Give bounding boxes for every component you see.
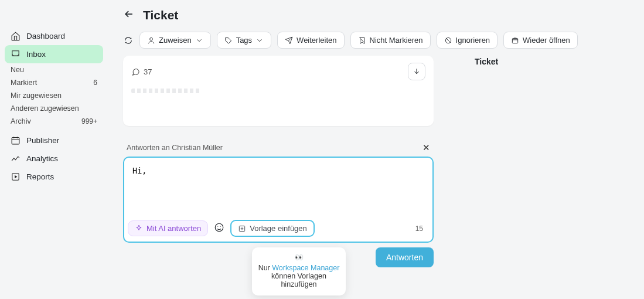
eyes-icon: 👀 [258,253,340,261]
svg-point-2 [150,38,153,40]
sidebar-sub-markiert[interactable]: Markiert 6 [5,76,103,89]
conversation-card: 37 [123,56,434,126]
sidebar-item-publisher[interactable]: Publisher [5,131,103,150]
tags-button[interactable]: Tags [217,32,271,49]
forward-button[interactable]: Weiterleiten [277,32,344,49]
jump-down-button[interactable] [408,63,425,80]
page-title: Ticket [143,8,178,22]
svg-rect-0 [12,138,19,144]
sidebar-item-dashboard[interactable]: Dashboard [5,27,103,45]
svg-point-3 [226,38,227,39]
refresh-button[interactable] [123,35,134,46]
svg-point-8 [220,226,221,226]
ai-reply-button[interactable]: Mit AI antworten [128,220,208,236]
sidebar-label-inbox: Inbox [26,50,46,59]
markiert-count: 6 [93,79,97,87]
unmark-button[interactable]: Nicht Markieren [350,32,431,49]
reply-to-label: Antworten an Christian Müller [127,144,223,152]
svg-point-6 [215,223,223,232]
main-area: Ticket Zuweisen Tags Weiterleiten Nicht … [107,0,644,299]
close-reply-button[interactable]: ✕ [422,142,430,153]
emoji-button[interactable] [214,222,224,235]
message-count: 37 [131,67,152,76]
reports-icon [11,172,21,182]
sidebar: Dashboard Inbox Neu Markiert 6 Mir zugew… [0,0,107,299]
workspace-manager-link[interactable]: Workspace Manager [272,264,339,272]
back-arrow-icon[interactable] [123,8,135,22]
sidebar-label-analytics: Analytics [26,154,58,163]
sidebar-sub-anderen-zugewiesen[interactable]: Anderen zugewiesen [5,102,103,115]
home-icon [11,31,21,41]
archiv-count: 999+ [81,117,97,125]
sidebar-sub-archiv[interactable]: Archiv 999+ [5,115,103,128]
sidebar-label-dashboard: Dashboard [26,32,65,40]
reopen-button[interactable]: Wieder öffnen [503,32,578,49]
message-placeholder [131,89,202,93]
sidebar-label-reports: Reports [26,172,54,181]
submit-reply-button[interactable]: Antworten [376,247,434,267]
reply-box: Mit AI antworten Vorlage einfügen 15 [123,157,434,243]
sidebar-label-publisher: Publisher [26,136,59,145]
calendar-icon [11,135,21,145]
sidebar-item-inbox[interactable]: Inbox [5,45,103,63]
sidebar-sub-mir-zugewiesen[interactable]: Mir zugewiesen [5,89,103,102]
analytics-icon [11,154,21,164]
assign-button[interactable]: Zuweisen [139,32,211,49]
sidebar-item-reports[interactable]: Reports [5,168,103,186]
header: Ticket [107,0,644,27]
right-panel-title: Ticket [475,57,628,66]
ignore-button[interactable]: Ignorieren [437,32,498,49]
sidebar-sub-neu[interactable]: Neu [5,63,103,76]
conversation-column: 37 Antworten an Christian Müller ✕ [123,56,434,267]
ticket-detail-column: Ticket [445,56,628,267]
reply-input[interactable] [124,158,432,216]
content: 37 Antworten an Christian Müller ✕ [107,56,644,267]
inbox-icon [11,49,21,59]
template-permission-popover: 👀 Nur Workspace Manager können Vorlagen … [252,247,346,295]
sidebar-item-analytics[interactable]: Analytics [5,150,103,168]
insert-template-button[interactable]: Vorlage einfügen [230,220,315,237]
char-remaining: 15 [415,225,427,233]
svg-rect-5 [512,38,517,43]
svg-point-7 [217,226,218,226]
toolbar: Zuweisen Tags Weiterleiten Nicht Markier… [107,27,644,56]
popover-text: Nur Workspace Manager können Vorlagen hi… [258,264,340,288]
